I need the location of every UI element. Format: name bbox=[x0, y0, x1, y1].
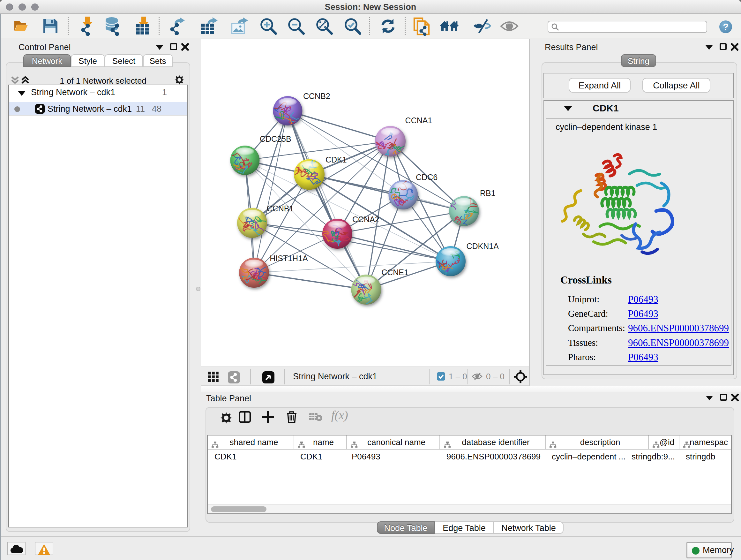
svg-text:CDK1: CDK1 bbox=[326, 155, 347, 164]
svg-text:CDC6: CDC6 bbox=[416, 173, 437, 182]
svg-text:CDKN1A: CDKN1A bbox=[466, 242, 499, 251]
svg-text:HIST1H1A: HIST1H1A bbox=[270, 254, 308, 263]
svg-text:CCNB1: CCNB1 bbox=[267, 204, 294, 213]
svg-text:CCNA2: CCNA2 bbox=[352, 215, 380, 224]
svg-text:CDC25B: CDC25B bbox=[260, 134, 291, 143]
svg-text:CCNE1: CCNE1 bbox=[381, 268, 408, 277]
svg-text:RB1: RB1 bbox=[480, 189, 495, 198]
svg-text:CCNB2: CCNB2 bbox=[303, 91, 330, 101]
svg-text:CCNA1: CCNA1 bbox=[405, 116, 432, 125]
